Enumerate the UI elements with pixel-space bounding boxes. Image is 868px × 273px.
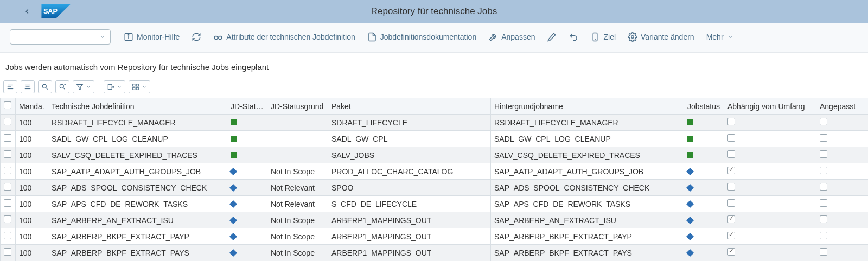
- cell-jd-reason: Not In Scope: [267, 245, 328, 261]
- undo-icon: [569, 32, 578, 42]
- cell-tech: SAP_APS_CFD_DE_REWORK_TASKS: [48, 196, 227, 212]
- cell-scope[interactable]: [724, 245, 816, 261]
- table-row[interactable]: 100SAP_ADS_SPOOL_CONSISTENCY_CHECKNot Re…: [1, 180, 869, 196]
- status-blue-icon: [229, 232, 237, 240]
- undo-button[interactable]: [564, 30, 583, 44]
- cell-jd-reason: [267, 115, 328, 131]
- more-button[interactable]: Mehr: [702, 30, 738, 43]
- cell-adjusted[interactable]: [816, 131, 869, 147]
- documentation-button[interactable]: Jobdefinitionsdokumentation: [363, 30, 481, 44]
- table-row[interactable]: 100SAP_ARBERP_BKPF_EXTRACT_PAYSNot In Sc…: [1, 245, 869, 261]
- col-paket[interactable]: Paket: [328, 98, 491, 115]
- status-green-icon: [231, 136, 237, 142]
- cell-jobstatus: [684, 196, 724, 212]
- cell-tech: SADL_GW_CPL_LOG_CLEANUP: [48, 131, 227, 147]
- row-select[interactable]: [1, 245, 16, 261]
- cell-adjusted[interactable]: [816, 212, 869, 228]
- status-blue-icon: [229, 200, 237, 207]
- col-jd-status[interactable]: JD-Status: [227, 98, 267, 115]
- cell-adjusted[interactable]: [816, 245, 869, 261]
- col-jobstatus[interactable]: Jobstatus: [684, 98, 724, 115]
- checkbox-icon: [820, 134, 827, 142]
- attributes-button[interactable]: Attribute der technischen Jobdefinition: [209, 30, 359, 44]
- table-row[interactable]: 100SALV_CSQ_DELETE_EXPIRED_TRACESSALV_JO…: [1, 147, 869, 163]
- cell-adjusted[interactable]: [816, 115, 869, 131]
- export-button[interactable]: [104, 80, 125, 93]
- cell-scope[interactable]: [724, 163, 816, 180]
- chevron-down-icon: [727, 34, 733, 40]
- cell-scope[interactable]: [724, 196, 816, 212]
- col-scope[interactable]: Abhängig vom Umfang: [724, 98, 816, 115]
- row-select[interactable]: [1, 196, 16, 212]
- target-button[interactable]: Ziel: [586, 30, 620, 44]
- chevron-left-icon: [23, 8, 31, 15]
- cell-scope[interactable]: [724, 131, 816, 147]
- find-button[interactable]: [38, 80, 52, 93]
- cell-adjusted[interactable]: [816, 163, 869, 180]
- layout-button[interactable]: [129, 80, 150, 93]
- cell-scope[interactable]: [724, 180, 816, 196]
- row-select[interactable]: [1, 115, 16, 131]
- cell-paket: SADL_GW_CPL: [328, 131, 491, 147]
- find-next-button[interactable]: [55, 80, 69, 93]
- sap-logo: SAP: [40, 4, 72, 18]
- table-row[interactable]: 100SAP_APS_CFD_DE_REWORK_TASKSNot Releva…: [1, 196, 869, 212]
- table-row[interactable]: 100SAP_AATP_ADAPT_AUTH_GROUPS_JOBNot In …: [1, 163, 869, 180]
- adjust-button[interactable]: Anpassen: [484, 30, 539, 44]
- cell-scope[interactable]: [724, 212, 816, 228]
- refresh-button[interactable]: [187, 30, 206, 44]
- table-row[interactable]: 100RSDRAFT_LIFECYCLE_MANAGERSDRAFT_LIFEC…: [1, 115, 869, 131]
- align-center-button[interactable]: [21, 80, 35, 93]
- cell-adjusted[interactable]: [816, 147, 869, 163]
- col-mandant[interactable]: Manda.: [16, 98, 48, 115]
- cell-adjusted[interactable]: [816, 180, 869, 196]
- cell-paket: SALV_JOBS: [328, 147, 491, 163]
- cell-jd-status: [227, 163, 267, 180]
- grid-icon: [132, 83, 139, 91]
- back-button[interactable]: [20, 4, 35, 19]
- filter-button[interactable]: [73, 80, 94, 93]
- monitor-help-button[interactable]: Monitor-Hilfe: [119, 30, 184, 44]
- col-bgname[interactable]: Hintergrundjobname: [491, 98, 684, 115]
- cell-bgname: SAP_ARBERP_AN_EXTRACT_ISU: [491, 212, 684, 228]
- checkbox-icon: [727, 167, 735, 174]
- row-select[interactable]: [1, 163, 16, 180]
- row-select[interactable]: [1, 180, 16, 196]
- cell-bgname: SAP_AATP_ADAPT_AUTH_GROUPS_JOB: [491, 163, 684, 180]
- cell-tech: RSDRAFT_LIFECYCLE_MANAGER: [48, 115, 227, 131]
- table-row[interactable]: 100SAP_ARBERP_BKPF_EXTRACT_PAYPNot In Sc…: [1, 228, 869, 245]
- select-all-header[interactable]: [1, 98, 16, 115]
- cell-scope[interactable]: [724, 228, 816, 245]
- page-title: Repository für technische Jobs: [371, 6, 497, 17]
- table-row[interactable]: 100SADL_GW_CPL_LOG_CLEANUPSADL_GW_CPLSAD…: [1, 131, 869, 147]
- cell-adjusted[interactable]: [816, 228, 869, 245]
- refresh-icon: [192, 32, 201, 42]
- cell-jd-reason: Not In Scope: [267, 228, 328, 245]
- table-row[interactable]: 100SAP_ARBERP_AN_EXTRACT_ISUNot In Scope…: [1, 212, 869, 228]
- col-adjusted[interactable]: Angepasst: [816, 98, 869, 115]
- variant-button[interactable]: Variante ändern: [623, 30, 699, 44]
- col-tech[interactable]: Technische Jobdefinition: [48, 98, 227, 115]
- checkbox-icon: [4, 134, 11, 142]
- svg-rect-27: [136, 84, 138, 86]
- col-jd-reason[interactable]: JD-Statusgrund: [267, 98, 328, 115]
- command-dropdown[interactable]: [10, 29, 111, 45]
- row-select[interactable]: [1, 131, 16, 147]
- align-left-button[interactable]: [3, 80, 17, 93]
- chevron-down-icon: [86, 84, 91, 90]
- cell-jd-status: [227, 212, 267, 228]
- cell-scope[interactable]: [724, 147, 816, 163]
- checkbox-icon: [4, 215, 11, 223]
- export-icon: [107, 83, 114, 91]
- cell-bgname: SAP_ARBERP_BKPF_EXTRACT_PAYP: [491, 228, 684, 245]
- cell-jd-status: [227, 196, 267, 212]
- cell-scope[interactable]: [724, 115, 816, 131]
- cell-adjusted[interactable]: [816, 196, 869, 212]
- info-icon: [124, 32, 133, 42]
- row-select[interactable]: [1, 212, 16, 228]
- row-select[interactable]: [1, 147, 16, 163]
- checkbox-icon: [4, 183, 11, 191]
- row-select[interactable]: [1, 228, 16, 245]
- cell-jd-status: [227, 131, 267, 147]
- edit-button[interactable]: [542, 30, 561, 44]
